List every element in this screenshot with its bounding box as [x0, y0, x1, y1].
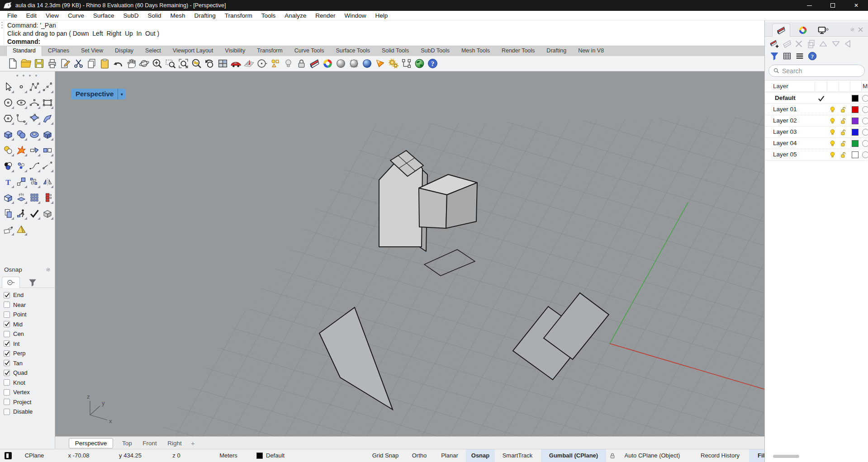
toolbar-tab-viewport-layout[interactable]: Viewport Layout	[167, 46, 219, 56]
current-layer-swatch[interactable]	[256, 453, 263, 459]
array-tool-button[interactable]	[28, 175, 41, 189]
new-layer-button[interactable]	[769, 39, 780, 50]
group-tool-button[interactable]	[15, 159, 28, 173]
status-toggle-grid-snap[interactable]: Grid Snap	[366, 449, 404, 462]
object-display-color-button[interactable]	[321, 57, 334, 70]
layer-visibility-bulb-icon[interactable]	[829, 140, 836, 147]
layer-lock-icon[interactable]	[840, 151, 847, 159]
duplicate-layer-button[interactable]	[806, 39, 817, 50]
checkbox-perp[interactable]	[4, 350, 10, 357]
status-z[interactable]: z 0	[160, 449, 193, 462]
rotate-view-button[interactable]	[138, 57, 151, 70]
layer-name[interactable]: Layer 01	[773, 106, 797, 113]
osnap-settings-gear-icon[interactable]	[45, 266, 52, 273]
status-toggle-osnap[interactable]: Osnap	[466, 449, 495, 462]
layer-row-layer-05[interactable]: Layer 05	[765, 149, 868, 160]
layer-name[interactable]: Default	[775, 94, 796, 101]
fillet-curve-tool-button[interactable]	[15, 112, 28, 125]
trim-tool-button[interactable]	[28, 143, 41, 157]
status-toggle-gumball-cplane[interactable]: Gumball (CPlane)	[541, 449, 606, 462]
open-file-button[interactable]	[19, 57, 33, 70]
checkbox-cen[interactable]	[4, 331, 10, 337]
layer-visibility-bulb-icon[interactable]	[829, 117, 836, 125]
status-toggle-auto-cplane-object[interactable]: Auto CPlane (Object)	[618, 449, 687, 462]
scale-tool-button[interactable]	[15, 175, 28, 189]
undo-view-change-button[interactable]	[203, 57, 216, 70]
osnap-knot[interactable]: Knot	[0, 378, 55, 388]
layer-search-input[interactable]	[782, 67, 864, 75]
menu-analyze[interactable]: Analyze	[280, 11, 311, 20]
layer-color-swatch[interactable]	[852, 118, 859, 124]
solid-box-tool-button[interactable]	[2, 191, 14, 204]
toolbar-tab-select[interactable]: Select	[139, 46, 167, 56]
undo-button[interactable]	[111, 57, 124, 70]
options-button[interactable]	[387, 57, 400, 70]
layer-visibility-bulb-icon[interactable]	[829, 106, 836, 113]
layer-material-icon[interactable]	[862, 129, 868, 136]
menu-solid[interactable]: Solid	[143, 11, 166, 20]
explode-tool-button[interactable]	[15, 143, 28, 157]
maximize-button[interactable]	[821, 0, 844, 11]
delete-layer-button[interactable]	[794, 39, 805, 50]
toolbar-tab-mesh-tools[interactable]: Mesh Tools	[455, 46, 496, 56]
layer-color-swatch[interactable]	[852, 95, 859, 102]
orient-tool-button[interactable]	[15, 207, 28, 220]
layer-material-icon[interactable]	[862, 95, 868, 102]
layer-visibility-bulb-icon[interactable]	[829, 128, 836, 136]
cplane-origin-button[interactable]	[256, 57, 269, 70]
check-objects-tool-button[interactable]	[28, 207, 41, 220]
record-history-button[interactable]	[400, 57, 413, 70]
cut-button[interactable]	[72, 57, 85, 70]
osnap-filter-tab[interactable]	[24, 277, 42, 288]
layer-lock-icon[interactable]	[840, 140, 847, 147]
extrude-tool-button[interactable]	[15, 191, 28, 204]
toolbar-tab-new-in-v8[interactable]: New in V8	[572, 46, 610, 56]
package-manager-button[interactable]	[413, 57, 426, 70]
raytraced-viewport-button[interactable]	[360, 57, 374, 70]
menu-subd[interactable]: SubD	[119, 11, 143, 20]
pan-view-button[interactable]	[124, 57, 138, 70]
lock-objects-button[interactable]	[295, 57, 308, 70]
curve-handles-tool-button[interactable]	[41, 80, 54, 94]
viewport-tab-perspective[interactable]: Perspective	[69, 438, 113, 448]
checkbox-mid[interactable]	[4, 321, 10, 327]
torus-tool-button[interactable]	[28, 127, 41, 141]
shaded-viewport-button[interactable]	[334, 57, 347, 70]
toolbar-tab-render-tools[interactable]: Render Tools	[496, 46, 541, 56]
print-button[interactable]	[46, 57, 59, 70]
layer-row-layer-03[interactable]: Layer 03	[765, 127, 868, 138]
layer-name[interactable]: Layer 05	[773, 151, 797, 158]
minimize-button[interactable]	[797, 0, 821, 11]
command-prompt[interactable]: Command:	[7, 38, 40, 45]
columns-button[interactable]	[782, 51, 793, 62]
layer-color-swatch[interactable]	[852, 140, 859, 147]
mesh-box-tool-button[interactable]	[41, 127, 54, 141]
status-toggle-planar[interactable]: Planar	[435, 449, 464, 462]
layer-row-default[interactable]: Default	[765, 93, 868, 104]
menu-edit[interactable]: Edit	[22, 11, 41, 20]
checkbox-int[interactable]	[4, 340, 10, 347]
circle-tool-button[interactable]	[2, 96, 14, 109]
panel-close-icon[interactable]	[857, 26, 864, 33]
toolbar-tab-curve-tools[interactable]: Curve Tools	[289, 46, 330, 56]
zoom-selected-button[interactable]	[190, 57, 203, 70]
menu-curve[interactable]: Curve	[63, 11, 89, 20]
viewport-tab-front[interactable]: Front	[139, 438, 160, 448]
tab-layers[interactable]	[772, 24, 790, 37]
status-panel-icon[interactable]	[5, 452, 12, 459]
plugins-tool-button[interactable]	[2, 143, 14, 157]
toolbar-tab-set-view[interactable]: Set View	[75, 46, 109, 56]
viewport-tab-right[interactable]: Right	[165, 438, 185, 448]
toolbar-tab-solid-tools[interactable]: Solid Tools	[376, 46, 415, 56]
four-viewports-button[interactable]	[216, 57, 229, 70]
named-views-button[interactable]	[229, 57, 242, 70]
osnap-perp[interactable]: Perp	[0, 349, 55, 358]
toolbar-tab-surface-tools[interactable]: Surface Tools	[330, 46, 376, 56]
osnap-tan[interactable]: Tan	[0, 358, 55, 368]
chevron-down-icon[interactable]: ▾	[118, 89, 125, 99]
cap-holes-tool-button[interactable]	[41, 207, 54, 220]
status-toggle-filter[interactable]: Filter	[749, 449, 764, 462]
layer-material-icon[interactable]	[862, 140, 868, 147]
boolean-tool-button[interactable]	[2, 159, 14, 173]
layer-material-icon[interactable]	[862, 151, 868, 158]
